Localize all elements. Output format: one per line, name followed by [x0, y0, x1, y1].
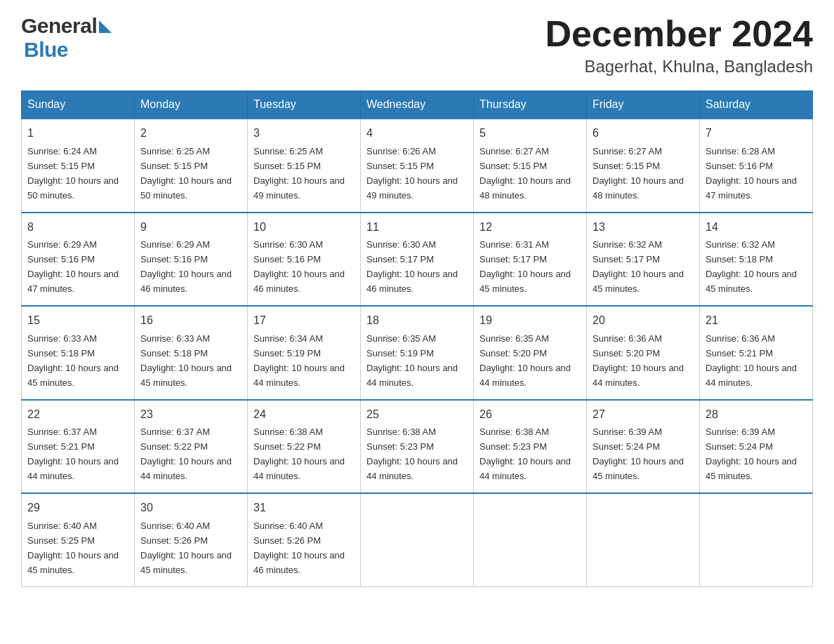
day-number: 4 — [366, 125, 468, 142]
day-info: Sunrise: 6:40 AMSunset: 5:26 PMDaylight:… — [253, 521, 345, 575]
day-number: 10 — [253, 219, 355, 236]
calendar-cell: 19Sunrise: 6:35 AMSunset: 5:20 PMDayligh… — [474, 306, 587, 399]
day-number: 22 — [27, 406, 128, 424]
day-info: Sunrise: 6:32 AMSunset: 5:18 PMDaylight:… — [706, 239, 797, 294]
calendar-cell: 4Sunrise: 6:26 AMSunset: 5:15 PMDaylight… — [361, 119, 474, 212]
day-number: 6 — [593, 125, 694, 142]
calendar-cell: 22Sunrise: 6:37 AMSunset: 5:21 PMDayligh… — [22, 400, 135, 493]
day-info: Sunrise: 6:33 AMSunset: 5:18 PMDaylight:… — [27, 333, 119, 388]
day-info: Sunrise: 6:30 AMSunset: 5:16 PMDaylight:… — [253, 239, 345, 294]
day-number: 2 — [140, 125, 241, 142]
day-number: 19 — [479, 312, 581, 330]
day-info: Sunrise: 6:39 AMSunset: 5:24 PMDaylight:… — [593, 427, 684, 481]
calendar-cell: 14Sunrise: 6:32 AMSunset: 5:18 PMDayligh… — [700, 213, 813, 306]
calendar-cell: 23Sunrise: 6:37 AMSunset: 5:22 PMDayligh… — [135, 400, 248, 493]
day-number: 28 — [706, 406, 807, 424]
calendar-cell: 5Sunrise: 6:27 AMSunset: 5:15 PMDaylight… — [474, 119, 587, 212]
day-info: Sunrise: 6:33 AMSunset: 5:18 PMDaylight:… — [140, 333, 232, 388]
day-info: Sunrise: 6:34 AMSunset: 5:19 PMDaylight:… — [253, 333, 345, 388]
calendar-cell: 3Sunrise: 6:25 AMSunset: 5:15 PMDaylight… — [248, 119, 361, 212]
title-block: December 2024 Bagerhat, Khulna, Banglade… — [545, 14, 813, 76]
day-info: Sunrise: 6:24 AMSunset: 5:15 PMDaylight:… — [27, 146, 119, 201]
day-info: Sunrise: 6:39 AMSunset: 5:24 PMDaylight:… — [706, 427, 797, 481]
day-info: Sunrise: 6:25 AMSunset: 5:15 PMDaylight:… — [140, 146, 232, 201]
calendar-table: SundayMondayTuesdayWednesdayThursdayFrid… — [21, 90, 813, 586]
day-info: Sunrise: 6:26 AMSunset: 5:15 PMDaylight:… — [366, 146, 458, 201]
day-info: Sunrise: 6:27 AMSunset: 5:15 PMDaylight:… — [479, 146, 571, 201]
day-number: 9 — [140, 219, 241, 236]
day-number: 13 — [593, 219, 694, 236]
calendar-cell: 27Sunrise: 6:39 AMSunset: 5:24 PMDayligh… — [587, 400, 700, 493]
calendar-cell: 29Sunrise: 6:40 AMSunset: 5:25 PMDayligh… — [22, 493, 135, 586]
logo-general-text: General — [21, 14, 97, 38]
day-info: Sunrise: 6:36 AMSunset: 5:20 PMDaylight:… — [593, 333, 684, 388]
day-info: Sunrise: 6:31 AMSunset: 5:17 PMDaylight:… — [479, 239, 571, 294]
calendar-week-2: 8Sunrise: 6:29 AMSunset: 5:16 PMDaylight… — [22, 213, 813, 306]
calendar-cell: 24Sunrise: 6:38 AMSunset: 5:22 PMDayligh… — [248, 400, 361, 493]
day-info: Sunrise: 6:30 AMSunset: 5:17 PMDaylight:… — [366, 239, 458, 294]
calendar-cell: 8Sunrise: 6:29 AMSunset: 5:16 PMDaylight… — [22, 213, 135, 306]
calendar-cell: 26Sunrise: 6:38 AMSunset: 5:23 PMDayligh… — [474, 400, 587, 493]
day-info: Sunrise: 6:29 AMSunset: 5:16 PMDaylight:… — [140, 239, 232, 294]
calendar-cell: 21Sunrise: 6:36 AMSunset: 5:21 PMDayligh… — [700, 306, 813, 399]
day-number: 15 — [27, 312, 128, 330]
day-info: Sunrise: 6:35 AMSunset: 5:20 PMDaylight:… — [479, 333, 571, 388]
header-friday: Friday — [587, 91, 700, 119]
location-title: Bagerhat, Khulna, Bangladesh — [545, 57, 813, 76]
day-info: Sunrise: 6:40 AMSunset: 5:25 PMDaylight:… — [27, 521, 119, 575]
day-info: Sunrise: 6:35 AMSunset: 5:19 PMDaylight:… — [366, 333, 458, 388]
day-number: 26 — [479, 406, 581, 424]
day-info: Sunrise: 6:32 AMSunset: 5:17 PMDaylight:… — [593, 239, 684, 294]
calendar-cell: 6Sunrise: 6:27 AMSunset: 5:15 PMDaylight… — [587, 119, 700, 212]
calendar-cell: 15Sunrise: 6:33 AMSunset: 5:18 PMDayligh… — [22, 306, 135, 399]
day-number: 17 — [253, 312, 355, 330]
calendar-week-5: 29Sunrise: 6:40 AMSunset: 5:25 PMDayligh… — [22, 493, 813, 586]
day-number: 5 — [479, 125, 581, 142]
calendar-week-3: 15Sunrise: 6:33 AMSunset: 5:18 PMDayligh… — [22, 306, 813, 399]
header-wednesday: Wednesday — [361, 91, 474, 119]
day-number: 12 — [479, 219, 581, 236]
header-saturday: Saturday — [700, 91, 813, 119]
calendar-cell — [700, 493, 813, 586]
header-row: SundayMondayTuesdayWednesdayThursdayFrid… — [22, 91, 813, 119]
calendar-week-1: 1Sunrise: 6:24 AMSunset: 5:15 PMDaylight… — [22, 119, 813, 212]
calendar-cell — [361, 493, 474, 586]
day-number: 1 — [27, 125, 128, 142]
day-info: Sunrise: 6:38 AMSunset: 5:23 PMDaylight:… — [366, 427, 458, 481]
day-number: 30 — [140, 499, 241, 517]
day-number: 8 — [27, 219, 128, 236]
day-info: Sunrise: 6:40 AMSunset: 5:26 PMDaylight:… — [140, 521, 232, 575]
calendar-cell — [474, 493, 587, 586]
calendar-cell: 12Sunrise: 6:31 AMSunset: 5:17 PMDayligh… — [474, 213, 587, 306]
calendar-cell: 2Sunrise: 6:25 AMSunset: 5:15 PMDaylight… — [135, 119, 248, 212]
day-number: 24 — [253, 406, 355, 424]
header-tuesday: Tuesday — [248, 91, 361, 119]
day-info: Sunrise: 6:25 AMSunset: 5:15 PMDaylight:… — [253, 146, 345, 201]
calendar-cell: 11Sunrise: 6:30 AMSunset: 5:17 PMDayligh… — [361, 213, 474, 306]
day-number: 21 — [706, 312, 807, 330]
logo: General Blue — [21, 14, 112, 62]
day-number: 18 — [366, 312, 468, 330]
day-info: Sunrise: 6:37 AMSunset: 5:21 PMDaylight:… — [27, 427, 119, 481]
day-number: 23 — [140, 406, 241, 424]
logo-blue-text: Blue — [24, 38, 68, 62]
day-number: 16 — [140, 312, 241, 330]
day-info: Sunrise: 6:29 AMSunset: 5:16 PMDaylight:… — [27, 239, 119, 294]
calendar-cell: 10Sunrise: 6:30 AMSunset: 5:16 PMDayligh… — [248, 213, 361, 306]
calendar-week-4: 22Sunrise: 6:37 AMSunset: 5:21 PMDayligh… — [22, 400, 813, 493]
calendar-body: 1Sunrise: 6:24 AMSunset: 5:15 PMDaylight… — [22, 119, 813, 586]
calendar-cell: 28Sunrise: 6:39 AMSunset: 5:24 PMDayligh… — [700, 400, 813, 493]
day-number: 14 — [706, 219, 807, 236]
calendar-cell: 9Sunrise: 6:29 AMSunset: 5:16 PMDaylight… — [135, 213, 248, 306]
day-number: 31 — [253, 499, 355, 517]
calendar-cell: 20Sunrise: 6:36 AMSunset: 5:20 PMDayligh… — [587, 306, 700, 399]
day-number: 20 — [593, 312, 694, 330]
day-info: Sunrise: 6:27 AMSunset: 5:15 PMDaylight:… — [593, 146, 684, 201]
day-number: 27 — [593, 406, 694, 424]
calendar-header: SundayMondayTuesdayWednesdayThursdayFrid… — [22, 91, 813, 119]
day-info: Sunrise: 6:37 AMSunset: 5:22 PMDaylight:… — [140, 427, 232, 481]
logo-chevron-icon — [99, 20, 112, 33]
day-number: 7 — [706, 125, 807, 142]
month-title: December 2024 — [545, 14, 813, 54]
calendar-cell: 16Sunrise: 6:33 AMSunset: 5:18 PMDayligh… — [135, 306, 248, 399]
